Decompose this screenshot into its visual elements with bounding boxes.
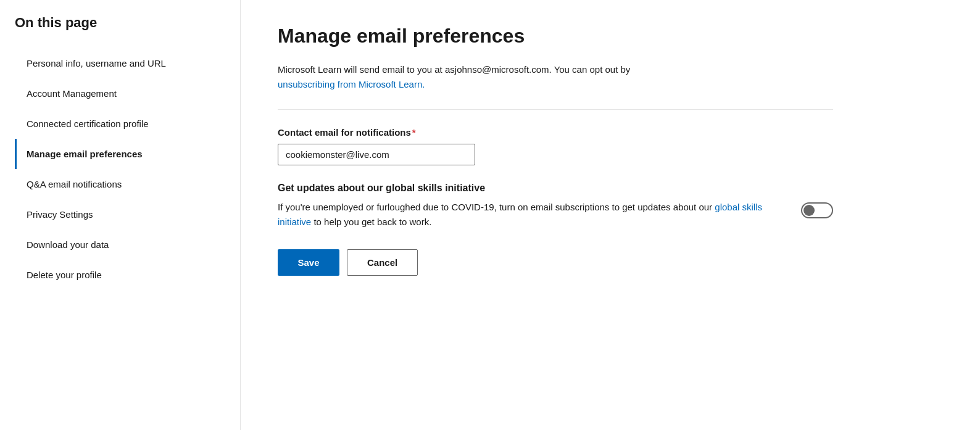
main-content: Manage email preferences Microsoft Learn… <box>241 0 980 430</box>
button-row: Save Cancel <box>278 249 943 276</box>
section-divider <box>278 109 833 110</box>
toggle-container <box>796 200 833 218</box>
skills-toggle[interactable] <box>801 202 833 218</box>
sidebar-item-qa-email[interactable]: Q&A email notifications <box>15 169 220 199</box>
sidebar-item-account-management[interactable]: Account Management <box>15 78 220 109</box>
sidebar: On this page Personal info, username and… <box>0 0 241 430</box>
sidebar-item-delete-profile[interactable]: Delete your profile <box>15 260 220 290</box>
skills-content-row: If you're unemployed or furloughed due t… <box>278 200 833 229</box>
description-paragraph: Microsoft Learn will send email to you a… <box>278 62 808 92</box>
description-text-1: Microsoft Learn will send email to you a… <box>278 64 630 75</box>
sidebar-item-personal-info[interactable]: Personal info, username and URL <box>15 48 220 78</box>
page-title: Manage email preferences <box>278 25 943 48</box>
skills-section-title: Get updates about our global skills init… <box>278 183 833 194</box>
cancel-button[interactable]: Cancel <box>347 249 418 276</box>
sidebar-item-manage-email[interactable]: Manage email preferences <box>15 139 220 169</box>
sidebar-item-privacy-settings[interactable]: Privacy Settings <box>15 199 220 229</box>
skills-section: Get updates about our global skills init… <box>278 183 833 229</box>
save-button[interactable]: Save <box>278 249 339 276</box>
contact-email-label: Contact email for notifications* <box>278 127 943 138</box>
skills-description-after: to help you get back to work. <box>314 217 431 227</box>
contact-email-input[interactable] <box>278 144 475 165</box>
required-star: * <box>412 127 416 138</box>
skills-description-before: If you're unemployed or furloughed due t… <box>278 202 712 212</box>
sidebar-title: On this page <box>15 15 220 31</box>
sidebar-item-connected-certification[interactable]: Connected certification profile <box>15 109 220 139</box>
unsubscribe-link[interactable]: unsubscribing from Microsoft Learn. <box>278 79 425 89</box>
sidebar-item-download-data[interactable]: Download your data <box>15 229 220 260</box>
sidebar-nav: Personal info, username and URLAccount M… <box>15 48 220 290</box>
skills-description: If you're unemployed or furloughed due t… <box>278 200 784 229</box>
toggle-slider <box>801 202 833 218</box>
